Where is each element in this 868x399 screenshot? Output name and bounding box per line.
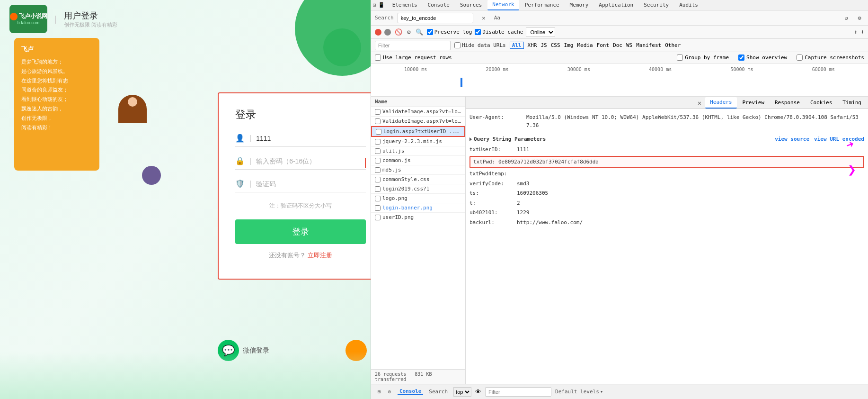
- req-checkbox[interactable]: [375, 196, 381, 201]
- disable-cache-checkbox[interactable]: [475, 29, 481, 35]
- console-expand-icon[interactable]: ⊞: [375, 388, 383, 396]
- req-checkbox[interactable]: [375, 177, 381, 182]
- request-item[interactable]: jquery-2.2.3.min.js: [371, 137, 465, 146]
- other-filter[interactable]: Other: [665, 42, 681, 48]
- css-filter[interactable]: CSS: [551, 42, 560, 48]
- console-tab-active[interactable]: Console: [398, 388, 423, 395]
- console-icons: ⊞ ⊘: [375, 388, 394, 396]
- request-item[interactable]: common.js: [371, 156, 465, 165]
- request-item[interactable]: ValidateImage.aspx?vt=login_cc: [371, 107, 465, 117]
- req-checkbox[interactable]: [375, 118, 381, 124]
- capture-screenshots-check[interactable]: Capture screenshots: [797, 54, 864, 61]
- manifest-filter[interactable]: Manifest: [636, 42, 661, 48]
- group-frame-check[interactable]: Group by frame: [677, 54, 729, 61]
- detail-tab-headers[interactable]: Headers: [705, 97, 736, 109]
- levels-chevron-icon[interactable]: ▾: [600, 389, 603, 395]
- detail-close-icon[interactable]: ✕: [695, 99, 704, 107]
- req-checkbox[interactable]: [375, 139, 381, 145]
- request-item[interactable]: login-banner.png: [371, 203, 465, 213]
- doc-filter[interactable]: Doc: [613, 42, 622, 48]
- ws-filter[interactable]: WS: [626, 42, 632, 48]
- stop-button[interactable]: [384, 29, 391, 36]
- preserve-log-check[interactable]: Preserve log: [427, 29, 472, 35]
- req-checkbox[interactable]: [375, 215, 381, 220]
- search-input-wrap: [398, 13, 473, 23]
- inspector-icon[interactable]: ⊡: [373, 2, 376, 8]
- request-item[interactable]: commonStyle.css: [371, 175, 465, 184]
- default-levels[interactable]: Default levels ▾: [555, 389, 603, 395]
- record-button[interactable]: [375, 29, 381, 36]
- filter-icon[interactable]: ⚙: [406, 27, 412, 36]
- req-checkbox[interactable]: [375, 186, 381, 192]
- console-search-tab[interactable]: Search: [427, 389, 450, 395]
- request-item[interactable]: userID.png: [371, 213, 465, 222]
- login-button[interactable]: 登录: [235, 219, 366, 244]
- tab-console[interactable]: Console: [423, 0, 454, 10]
- verify-input[interactable]: [256, 180, 366, 188]
- search-net-icon[interactable]: 🔍: [415, 27, 424, 36]
- font-filter[interactable]: Font: [597, 42, 610, 48]
- show-overview-check[interactable]: Show overview: [738, 54, 787, 61]
- device-icon[interactable]: 📱: [378, 2, 385, 8]
- eye-icon[interactable]: 👁: [475, 388, 481, 395]
- request-item-login[interactable]: Login.aspx?txtUserID=...1&tx: [371, 126, 465, 137]
- tab-memory[interactable]: Memory: [565, 0, 593, 10]
- req-checkbox[interactable]: [375, 205, 381, 211]
- img-filter[interactable]: Img: [564, 42, 574, 48]
- all-filter[interactable]: All: [510, 42, 524, 49]
- upload-icon[interactable]: ⬆: [854, 28, 858, 36]
- request-item[interactable]: md5.js: [371, 165, 465, 175]
- show-overview-checkbox[interactable]: [738, 54, 744, 61]
- req-checkbox[interactable]: [376, 129, 381, 135]
- search-input[interactable]: [398, 15, 473, 21]
- detail-tab-timing[interactable]: Timing: [838, 97, 866, 109]
- large-requests-check[interactable]: Use large request rows: [375, 54, 452, 61]
- param-row-t: t: 2: [469, 199, 864, 209]
- close-search-icon[interactable]: ✕: [479, 13, 488, 23]
- tab-performance[interactable]: Performance: [520, 0, 564, 10]
- tab-audits[interactable]: Audits: [674, 0, 703, 10]
- username-input[interactable]: [256, 135, 366, 142]
- req-checkbox[interactable]: [375, 148, 381, 154]
- detail-tab-response[interactable]: Response: [770, 97, 805, 109]
- js-filter[interactable]: JS: [540, 42, 547, 48]
- console-filter-input[interactable]: [485, 387, 551, 397]
- req-checkbox[interactable]: [375, 109, 381, 115]
- register-link[interactable]: 立即注册: [308, 252, 332, 259]
- detail-tab-cookies[interactable]: Cookies: [806, 97, 837, 109]
- param-value-backurl: http://www.faloo.com/: [517, 219, 583, 227]
- group-frame-checkbox[interactable]: [677, 54, 683, 61]
- large-requests-checkbox[interactable]: [375, 54, 381, 61]
- preserve-log-checkbox[interactable]: [427, 29, 433, 35]
- request-item[interactable]: util.js: [371, 146, 465, 156]
- context-select[interactable]: top: [453, 387, 471, 397]
- media-filter[interactable]: Media: [577, 42, 593, 48]
- request-item[interactable]: login2019.css?1: [371, 184, 465, 194]
- request-item[interactable]: ValidateImage.aspx?vt=login_cc: [371, 117, 465, 126]
- tab-elements[interactable]: Elements: [388, 0, 422, 10]
- clear-icon[interactable]: 🚫: [394, 27, 403, 36]
- view-source-link[interactable]: view source: [775, 136, 809, 142]
- download-icon[interactable]: ⬇: [860, 28, 864, 36]
- req-checkbox[interactable]: [375, 167, 381, 173]
- param-value-txtUserID: 1111: [517, 146, 530, 154]
- throttle-select[interactable]: Online: [526, 27, 555, 37]
- tab-network[interactable]: Network: [487, 0, 519, 10]
- filter-input[interactable]: [375, 41, 451, 50]
- tab-security[interactable]: Security: [639, 0, 673, 10]
- xhr-filter[interactable]: XHR: [528, 42, 537, 48]
- console-clear-icon[interactable]: ⊘: [385, 388, 394, 396]
- settings-icon[interactable]: ⚙: [855, 13, 864, 23]
- disable-cache-check[interactable]: Disable cache: [475, 29, 523, 35]
- tab-sources[interactable]: Sources: [455, 0, 487, 10]
- hide-data-urls-checkbox[interactable]: [454, 42, 461, 48]
- hide-data-urls-check[interactable]: Hide data URLs: [454, 42, 506, 48]
- req-checkbox[interactable]: [375, 158, 381, 163]
- password-input[interactable]: [256, 157, 366, 165]
- refresh-icon[interactable]: ↺: [841, 13, 851, 23]
- tab-application[interactable]: Application: [594, 0, 638, 10]
- view-url-encoded-link[interactable]: view URL encoded: [814, 136, 864, 142]
- capture-screenshots-checkbox[interactable]: [797, 54, 803, 61]
- request-item[interactable]: logo.png: [371, 194, 465, 203]
- detail-tab-preview[interactable]: Preview: [738, 97, 769, 109]
